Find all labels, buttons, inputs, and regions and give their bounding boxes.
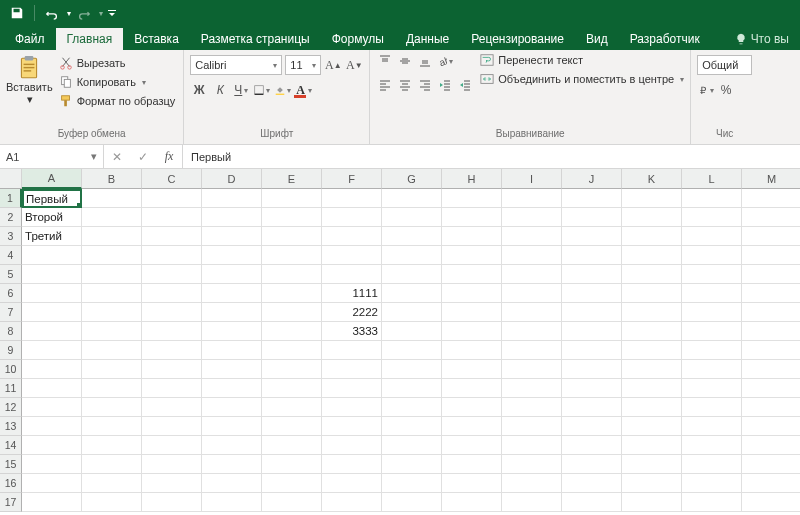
tab-home[interactable]: Главная — [56, 28, 124, 50]
cell[interactable] — [742, 322, 800, 341]
cell[interactable] — [682, 360, 742, 379]
cell[interactable] — [202, 189, 262, 208]
wrap-text-button[interactable]: Перенести текст — [480, 53, 684, 67]
cell[interactable] — [502, 265, 562, 284]
cell[interactable] — [322, 417, 382, 436]
row-header[interactable]: 14 — [0, 436, 22, 455]
font-name-combo[interactable]: Calibri▾ — [190, 55, 282, 75]
cell[interactable] — [82, 474, 142, 493]
align-middle-button[interactable] — [396, 52, 414, 70]
cell[interactable] — [682, 341, 742, 360]
row-header[interactable]: 11 — [0, 379, 22, 398]
cell[interactable] — [442, 436, 502, 455]
cell[interactable] — [622, 208, 682, 227]
enter-formula-button[interactable]: ✓ — [130, 145, 156, 168]
cell[interactable] — [262, 455, 322, 474]
cell[interactable] — [22, 303, 82, 322]
cell[interactable] — [262, 189, 322, 208]
cell[interactable] — [442, 322, 502, 341]
save-button[interactable] — [6, 2, 28, 24]
bold-button[interactable]: Ж — [190, 81, 208, 99]
row-header[interactable]: 4 — [0, 246, 22, 265]
cell[interactable] — [202, 227, 262, 246]
borders-button[interactable]: ▾ — [253, 81, 271, 99]
cell[interactable] — [262, 341, 322, 360]
cell[interactable] — [622, 265, 682, 284]
cell[interactable] — [142, 455, 202, 474]
formula-input[interactable]: Первый — [183, 145, 800, 168]
cell[interactable] — [322, 493, 382, 512]
cell[interactable] — [202, 493, 262, 512]
select-all-corner[interactable] — [0, 169, 22, 189]
cell[interactable] — [562, 474, 622, 493]
cell[interactable] — [142, 474, 202, 493]
cell[interactable] — [262, 436, 322, 455]
name-box[interactable]: A1▾ — [0, 145, 104, 168]
cell[interactable] — [382, 322, 442, 341]
cell[interactable] — [502, 436, 562, 455]
cell[interactable] — [142, 360, 202, 379]
cell[interactable] — [22, 360, 82, 379]
row-header[interactable]: 16 — [0, 474, 22, 493]
column-header[interactable]: I — [502, 169, 562, 189]
cell[interactable] — [382, 417, 442, 436]
cell[interactable] — [382, 455, 442, 474]
cell[interactable] — [82, 417, 142, 436]
cell[interactable] — [82, 246, 142, 265]
cell[interactable] — [382, 208, 442, 227]
cell[interactable] — [622, 436, 682, 455]
cell[interactable] — [562, 322, 622, 341]
cell[interactable] — [682, 417, 742, 436]
increase-indent-button[interactable] — [456, 76, 474, 94]
tab-insert[interactable]: Вставка — [123, 28, 190, 50]
cell[interactable] — [262, 398, 322, 417]
cell[interactable] — [22, 379, 82, 398]
cell[interactable] — [322, 436, 382, 455]
cell[interactable] — [622, 322, 682, 341]
cell[interactable] — [262, 417, 322, 436]
cell[interactable] — [22, 341, 82, 360]
row-header[interactable]: 10 — [0, 360, 22, 379]
cell[interactable] — [262, 474, 322, 493]
cell[interactable] — [322, 189, 382, 208]
cell[interactable] — [142, 341, 202, 360]
cell[interactable] — [22, 493, 82, 512]
cell[interactable] — [382, 303, 442, 322]
cell[interactable] — [622, 341, 682, 360]
cell[interactable]: 3333 — [322, 322, 382, 341]
cell[interactable] — [382, 474, 442, 493]
cell[interactable] — [22, 284, 82, 303]
cell[interactable] — [742, 303, 800, 322]
cell[interactable] — [442, 474, 502, 493]
decrease-indent-button[interactable] — [436, 76, 454, 94]
cell[interactable] — [262, 246, 322, 265]
percent-style-button[interactable]: % — [717, 81, 735, 99]
cell[interactable] — [562, 379, 622, 398]
cell[interactable] — [142, 322, 202, 341]
cell[interactable] — [442, 208, 502, 227]
cell[interactable] — [442, 246, 502, 265]
cell[interactable] — [442, 493, 502, 512]
row-header[interactable]: 3 — [0, 227, 22, 246]
cell[interactable] — [442, 284, 502, 303]
cell[interactable] — [562, 265, 622, 284]
cell[interactable] — [502, 417, 562, 436]
cell[interactable] — [742, 341, 800, 360]
cell[interactable] — [142, 417, 202, 436]
tab-file[interactable]: Файл — [4, 28, 56, 50]
cell[interactable] — [382, 265, 442, 284]
column-header[interactable]: J — [562, 169, 622, 189]
tab-review[interactable]: Рецензирование — [460, 28, 575, 50]
cell[interactable] — [82, 303, 142, 322]
cell[interactable] — [322, 227, 382, 246]
cell[interactable] — [502, 322, 562, 341]
cell[interactable] — [442, 303, 502, 322]
cell[interactable] — [622, 379, 682, 398]
qat-customize[interactable] — [105, 2, 119, 24]
cell[interactable] — [322, 341, 382, 360]
cell[interactable] — [502, 208, 562, 227]
merge-center-button[interactable]: Объединить и поместить в центре▾ — [480, 72, 684, 86]
cell[interactable] — [742, 189, 800, 208]
format-painter-button[interactable]: Формат по образцу — [57, 93, 178, 109]
tell-me[interactable]: Что вы — [724, 28, 800, 50]
